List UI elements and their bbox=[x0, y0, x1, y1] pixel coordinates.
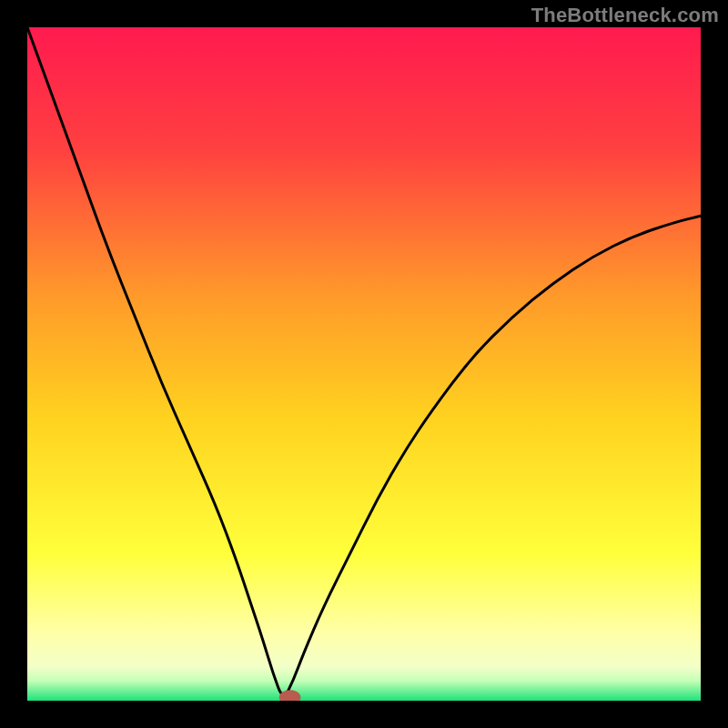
plot-area bbox=[27, 27, 701, 701]
chart-frame: TheBottleneck.com bbox=[0, 0, 728, 728]
watermark-label: TheBottleneck.com bbox=[531, 4, 719, 27]
gradient-background bbox=[27, 27, 701, 701]
chart-svg bbox=[27, 27, 701, 701]
